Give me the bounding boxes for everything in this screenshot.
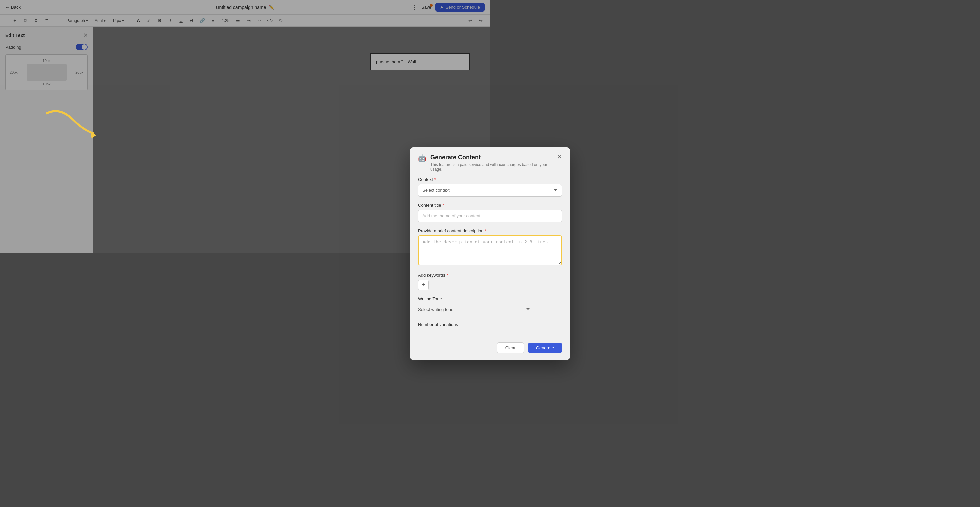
description-group: Provide a brief content description * — [418, 228, 490, 254]
description-textarea[interactable] — [418, 235, 490, 254]
modal-body: Context * Select context Blog Newsletter… — [410, 177, 490, 254]
modal-subtitle: This feature is a paid service and will … — [430, 162, 490, 172]
modal-overlay: 🤖 Generate Content This feature is a pai… — [0, 0, 490, 253]
modal-header-left: 🤖 Generate Content This feature is a pai… — [418, 154, 490, 172]
description-required: * — [485, 228, 487, 233]
modal-header: 🤖 Generate Content This feature is a pai… — [410, 147, 490, 177]
context-label: Context * — [418, 177, 490, 182]
context-group: Context * Select context Blog Newsletter… — [418, 177, 490, 197]
content-title-required: * — [442, 203, 444, 208]
arrow-annotation — [40, 103, 107, 145]
modal-title: Generate Content — [430, 154, 490, 161]
content-title-group: Content title * — [418, 203, 490, 223]
content-title-label: Content title * — [418, 203, 490, 208]
content-title-input[interactable] — [418, 210, 490, 223]
context-select[interactable]: Select context Blog Newsletter Social Me… — [418, 184, 490, 197]
modal-robot-icon: 🤖 — [418, 154, 426, 162]
context-required: * — [434, 177, 436, 182]
generate-content-modal: 🤖 Generate Content This feature is a pai… — [410, 147, 490, 254]
description-label: Provide a brief content description * — [418, 228, 490, 233]
modal-title-group: Generate Content This feature is a paid … — [430, 154, 490, 172]
svg-marker-0 — [90, 131, 96, 138]
